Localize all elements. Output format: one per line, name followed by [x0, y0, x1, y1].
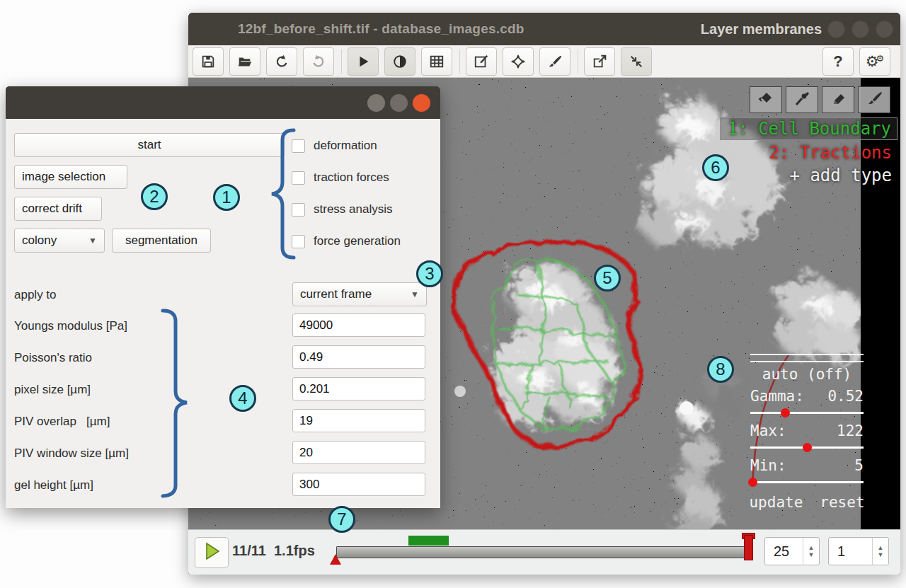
- play-button[interactable]: [348, 47, 379, 76]
- chevron-down-icon: ▼: [88, 236, 104, 246]
- youngs-modulus-field[interactable]: [292, 313, 425, 337]
- pipette-button[interactable]: [786, 86, 818, 113]
- undo-button[interactable]: [266, 47, 297, 76]
- contrast-button[interactable]: [384, 47, 415, 76]
- undo-icon: [274, 54, 289, 69]
- dialog-minimize-button[interactable]: [367, 94, 385, 112]
- timeline-track[interactable]: [336, 546, 752, 558]
- mode-dropdown[interactable]: colony ▼: [14, 229, 105, 253]
- maximize-button[interactable]: [851, 21, 869, 38]
- min-slider[interactable]: [750, 478, 864, 487]
- redo-button[interactable]: [303, 47, 334, 76]
- gel-height-field[interactable]: [292, 473, 425, 496]
- apply-to-label: apply to: [14, 288, 57, 302]
- add-type-button[interactable]: + add type: [790, 166, 898, 185]
- main-toolbar: ? ⚙⚙: [188, 45, 900, 78]
- pixel-size-label: pixel size [µm]: [14, 383, 91, 397]
- max-slider-knob[interactable]: [803, 443, 812, 452]
- skip-spinbox[interactable]: 1 ▲▼: [828, 537, 889, 565]
- traction-forces-checkbox[interactable]: [292, 171, 305, 185]
- gel-height-label: gel height [µm]: [14, 478, 93, 492]
- image-selection-button[interactable]: image selection: [14, 165, 127, 189]
- annotation-button[interactable]: [466, 47, 497, 76]
- fps-spinbox-arrows[interactable]: ▲▼: [803, 538, 819, 565]
- update-button[interactable]: update: [749, 494, 803, 511]
- brush-icon: [547, 54, 563, 69]
- export-icon: [592, 54, 607, 69]
- start-button[interactable]: start: [14, 133, 285, 157]
- min-slider-knob[interactable]: [748, 478, 757, 487]
- film-button[interactable]: [421, 47, 452, 76]
- mask-toolbar: [750, 86, 890, 113]
- pixel-size-field[interactable]: [292, 377, 425, 400]
- callout-1: 1: [213, 184, 240, 211]
- help-icon: ?: [833, 52, 842, 71]
- fps-spinbox-value[interactable]: 25: [765, 543, 803, 560]
- open-button[interactable]: [229, 47, 260, 76]
- timeline-end-handle[interactable]: [744, 535, 753, 560]
- help-button[interactable]: ?: [822, 47, 854, 76]
- toolbar-separator: [341, 50, 342, 74]
- eraser-button[interactable]: [822, 86, 854, 113]
- dialog-maximize-button[interactable]: [390, 94, 408, 112]
- traction-addon-dialog: start image selection correct drift colo…: [6, 86, 440, 508]
- gamma-slider-knob[interactable]: [781, 408, 790, 417]
- contrast-panel-divider: [750, 354, 864, 362]
- frame-counter: 11/11 1.1fps: [232, 543, 315, 559]
- dialog-body: start image selection correct drift colo…: [6, 119, 440, 508]
- film-icon: [429, 54, 445, 69]
- reset-button[interactable]: reset: [820, 494, 864, 511]
- minimize-button[interactable]: [827, 21, 845, 38]
- callout-8: 8: [707, 356, 734, 383]
- auto-contrast-button[interactable]: auto (off): [750, 366, 864, 383]
- save-button[interactable]: [193, 47, 224, 76]
- close-button[interactable]: [876, 21, 893, 38]
- screenshot-canvas: 12bf_before_shift.tif - database_images.…: [0, 0, 906, 588]
- mask-brush-button[interactable]: [858, 86, 890, 113]
- segmentation-button[interactable]: segmentation: [112, 229, 211, 253]
- callout-2: 2: [141, 183, 168, 210]
- play-triangle-icon: [202, 541, 222, 564]
- export-button[interactable]: [584, 47, 615, 76]
- main-titlebar[interactable]: 12bf_before_shift.tif - database_images.…: [188, 13, 900, 45]
- correct-drift-button[interactable]: correct drift: [14, 197, 102, 221]
- window-buttons: [827, 21, 893, 38]
- playback-play-button[interactable]: [195, 537, 229, 568]
- type-cell-boundary[interactable]: 1: Cell Boundary: [720, 117, 898, 140]
- stress-analysis-checkbox[interactable]: [292, 203, 305, 217]
- youngs-modulus-label: Youngs modulus [Pa]: [14, 319, 127, 333]
- deformation-checkbox[interactable]: [292, 139, 305, 153]
- type-tractions[interactable]: 2: Tractions: [769, 143, 898, 163]
- eraser-icon: [829, 90, 847, 110]
- timeline[interactable]: [336, 530, 750, 575]
- dialog-titlebar[interactable]: [6, 86, 440, 119]
- piv-overlap-field[interactable]: [292, 409, 425, 432]
- brush-button[interactable]: [539, 47, 570, 76]
- collapse-button[interactable]: [621, 47, 652, 76]
- skip-spinbox-value[interactable]: 1: [829, 543, 872, 560]
- apply-to-dropdown[interactable]: current frame ▼: [292, 282, 427, 306]
- layer-indicator: Layer membranes: [701, 21, 822, 38]
- fill-bucket-button[interactable]: [750, 86, 782, 113]
- checkbox-row-force: force generation: [292, 234, 401, 248]
- max-slider[interactable]: [750, 443, 864, 452]
- timeline-start-marker[interactable]: [330, 554, 341, 565]
- mask-brush-icon: [865, 90, 883, 110]
- piv-window-size-field[interactable]: [292, 441, 425, 464]
- bucket-icon: [757, 90, 775, 110]
- skip-spinbox-arrows[interactable]: ▲▼: [872, 538, 888, 565]
- max-value: 122: [837, 422, 864, 439]
- gear-icon: ⚙⚙: [866, 54, 884, 69]
- poissons-ratio-field[interactable]: [292, 345, 425, 369]
- callout-6: 6: [702, 154, 729, 181]
- marker-button[interactable]: [503, 47, 534, 76]
- chevron-down-icon: ▼: [411, 289, 426, 299]
- dialog-close-button[interactable]: [413, 94, 430, 112]
- fps-spinbox[interactable]: 25 ▲▼: [764, 537, 820, 565]
- settings-button[interactable]: ⚙⚙: [859, 47, 890, 76]
- max-label: Max:: [750, 422, 786, 439]
- collapse-arrows-icon: [629, 54, 644, 69]
- force-generation-checkbox[interactable]: [292, 235, 305, 248]
- pipette-icon: [793, 90, 811, 110]
- gamma-slider[interactable]: [750, 408, 864, 417]
